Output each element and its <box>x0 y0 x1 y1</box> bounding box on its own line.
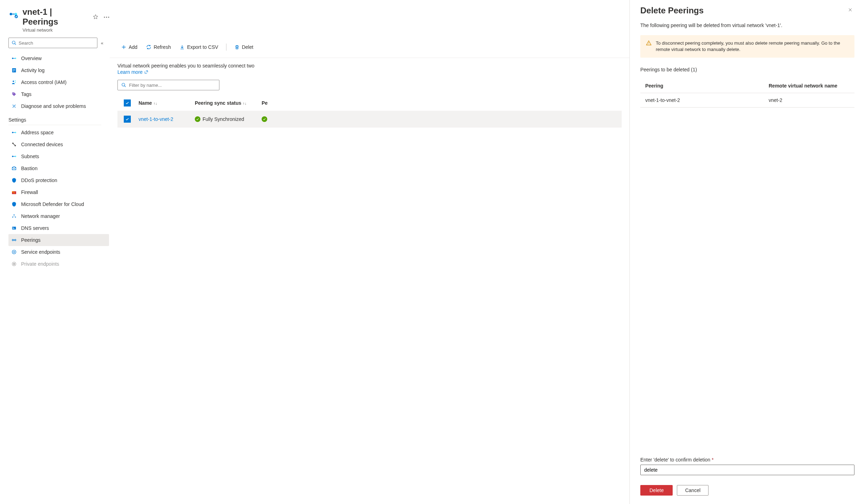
nav-defender[interactable]: Microsoft Defender for Cloud <box>8 198 109 210</box>
sidebar-search[interactable] <box>8 38 97 48</box>
sort-icon: ↑↓ <box>153 101 157 105</box>
refresh-button[interactable]: Refresh <box>142 42 174 52</box>
access-control-icon <box>11 79 17 85</box>
nav-service-endpoints[interactable]: Service endpoints <box>8 246 109 258</box>
col-label: Peering sync status <box>195 100 241 106</box>
svg-point-3 <box>12 41 15 44</box>
table-header: Name↑↓ Peering sync status↑↓ Pe <box>117 95 622 111</box>
svg-point-11 <box>15 80 16 82</box>
favorite-icon[interactable] <box>93 14 98 20</box>
svg-point-31 <box>13 251 15 253</box>
search-input[interactable] <box>19 40 94 46</box>
nav-subnets[interactable]: Subnets <box>8 150 109 162</box>
nav-label: DDoS protection <box>21 177 57 183</box>
svg-rect-7 <box>13 69 15 70</box>
nav-ddos[interactable]: DDoS protection <box>8 174 109 186</box>
svg-point-1 <box>15 13 17 15</box>
col-label: Pe <box>262 100 268 106</box>
confirm-label: Enter 'delete' to confirm deletion * <box>640 457 854 463</box>
warning-text: To disconnect peering completely, you mu… <box>656 40 849 53</box>
peerings-table: Name↑↓ Peering sync status↑↓ Pe vnet-1-t… <box>117 95 622 128</box>
collapse-sidebar-icon[interactable]: « <box>101 40 103 46</box>
nav-label: DNS servers <box>21 225 49 231</box>
svg-point-28 <box>12 239 14 241</box>
trash-icon <box>234 44 240 50</box>
delete-button[interactable]: Delet <box>231 42 257 52</box>
nav-private-endpoints[interactable]: Private endpoints <box>8 258 109 270</box>
nav-connected-devices[interactable]: Connected devices <box>8 138 109 150</box>
confirm-delete-button[interactable]: Delete <box>640 485 673 496</box>
svg-rect-27 <box>13 228 14 229</box>
nav-label: Network manager <box>21 213 60 219</box>
search-icon <box>121 83 126 88</box>
address-space-icon <box>11 130 17 135</box>
sync-status: Fully Synchronized <box>203 116 244 122</box>
nav-activity-log[interactable]: Activity log <box>8 64 109 76</box>
col-name-header[interactable]: Name↑↓ <box>139 100 195 106</box>
more-icon[interactable]: ⋯ <box>103 13 110 21</box>
col-sync-header[interactable]: Peering sync status↑↓ <box>195 100 262 106</box>
nav-label: Microsoft Defender for Cloud <box>21 201 84 207</box>
bastion-icon <box>11 166 17 171</box>
nav-label: Service endpoints <box>21 249 60 255</box>
nav-label: Subnets <box>21 154 39 159</box>
filter-input[interactable] <box>129 83 216 88</box>
subnets-icon <box>11 154 17 159</box>
peering-link[interactable]: vnet-1-to-vnet-2 <box>139 116 173 122</box>
diagnose-icon <box>11 103 17 109</box>
table-row[interactable]: vnet-1-to-vnet-2 Fully Synchronized <box>117 111 622 128</box>
nav-overview[interactable]: Overview <box>8 52 109 64</box>
nav-firewall[interactable]: Firewall <box>8 186 109 198</box>
main-content: Add Refresh Export to CSV Delet Virtual … <box>110 0 629 504</box>
export-button[interactable]: Export to CSV <box>176 42 222 52</box>
svg-point-14 <box>15 132 16 133</box>
nav-label: Private endpoints <box>21 261 59 267</box>
nav-tags[interactable]: Tags <box>8 88 109 100</box>
cancel-button[interactable]: Cancel <box>677 485 709 496</box>
peerings-icon <box>11 237 17 243</box>
delete-panel: Delete Peerings The following peering wi… <box>629 0 865 504</box>
svg-point-17 <box>12 156 13 157</box>
nav-label: Address space <box>21 130 54 135</box>
svg-point-5 <box>15 58 16 59</box>
add-button[interactable]: Add <box>117 42 141 52</box>
filter-box[interactable] <box>117 80 219 90</box>
select-all-checkbox[interactable] <box>124 99 131 106</box>
svg-point-10 <box>13 80 14 82</box>
col-label: Name <box>139 100 152 106</box>
col-status-header[interactable]: Pe <box>262 100 283 106</box>
warning-icon <box>646 40 652 46</box>
nav-label: Activity log <box>21 67 45 73</box>
nav-section-settings: Settings <box>8 112 101 125</box>
svg-rect-8 <box>13 70 15 70</box>
nav-address-space[interactable]: Address space <box>8 127 109 138</box>
success-icon <box>195 116 200 122</box>
plus-icon <box>121 44 127 50</box>
nav-dns-servers[interactable]: DNS servers <box>8 222 109 234</box>
panel-table-row: vnet-1-to-vnet-2 vnet-2 <box>640 93 854 108</box>
row-peering: vnet-1-to-vnet-2 <box>645 97 769 103</box>
close-button[interactable] <box>846 6 854 15</box>
nav-peerings[interactable]: Peerings <box>8 234 109 246</box>
toolbar-separator <box>226 44 226 51</box>
vnet-icon <box>8 9 18 19</box>
refresh-icon <box>146 44 152 50</box>
nav-label: Tags <box>21 91 32 97</box>
nav-label: Bastion <box>21 166 38 171</box>
nav-diagnose[interactable]: Diagnose and solve problems <box>8 100 109 112</box>
learn-more-link[interactable]: Learn more <box>117 69 148 75</box>
nav-network-manager[interactable]: Network manager <box>8 210 109 222</box>
nav-access-control[interactable]: Access control (IAM) <box>8 76 109 88</box>
row-checkbox[interactable] <box>124 116 131 123</box>
required-marker: * <box>712 457 713 463</box>
svg-point-16 <box>15 145 16 146</box>
resource-header: vnet-1 | Peerings ⋯ Virtual network <box>8 7 110 33</box>
panel-description: The following peering will be deleted fr… <box>640 22 854 28</box>
tags-icon <box>11 91 17 97</box>
svg-point-33 <box>13 263 15 265</box>
nav-bastion[interactable]: Bastion <box>8 162 109 174</box>
nav-label: Connected devices <box>21 142 63 147</box>
confirm-input[interactable] <box>640 465 854 475</box>
success-icon <box>262 116 267 122</box>
learn-more-label: Learn more <box>117 69 143 75</box>
